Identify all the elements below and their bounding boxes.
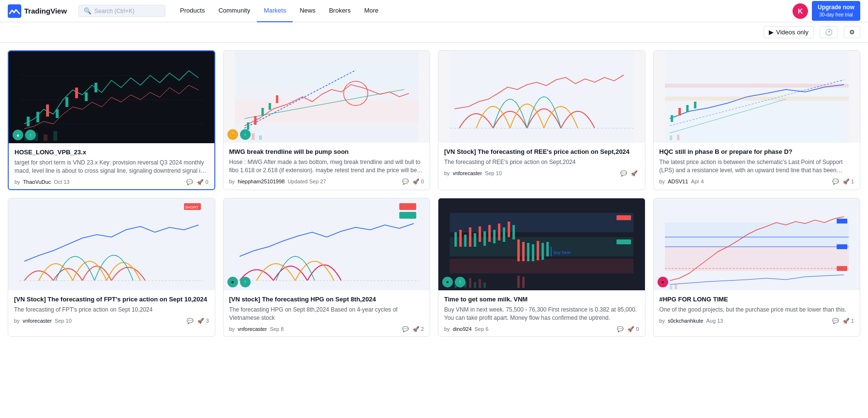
card-3[interactable]: [VN Stock] The forecasting of REE's pric… bbox=[438, 50, 645, 190]
card-3-date: Sep 10 bbox=[485, 170, 502, 176]
card-5[interactable]: SHORT [VN Stock] The forecasting of FPT'… bbox=[8, 198, 215, 337]
videos-only-label: Videos only bbox=[776, 29, 808, 36]
nav-products[interactable]: Products bbox=[173, 0, 211, 22]
svg-rect-71 bbox=[508, 222, 510, 237]
card-1-desc: target for short term is VND 23.x Key: p… bbox=[15, 159, 209, 175]
svg-rect-86 bbox=[483, 283, 486, 288]
svg-rect-62 bbox=[464, 235, 466, 247]
nav-brokers[interactable]: Brokers bbox=[322, 0, 358, 22]
svg-rect-66 bbox=[483, 231, 486, 246]
card-3-by: by bbox=[444, 170, 450, 176]
card-1-author[interactable]: ThaoVuDuc bbox=[23, 179, 51, 185]
svg-rect-87 bbox=[517, 276, 520, 288]
card-5-author[interactable]: vnforecaster bbox=[23, 318, 52, 324]
card-3-comment-btn[interactable]: 💬 bbox=[620, 170, 627, 177]
svg-rect-67 bbox=[488, 225, 491, 242]
card-3-desc: The forecasting of REE's price action on… bbox=[444, 158, 639, 166]
card-1-title: HOSE_LONG_VPB_23.x bbox=[15, 148, 209, 157]
card-8-comment-btn[interactable]: 💬 bbox=[832, 318, 839, 324]
videos-only-button[interactable]: ▶ Videos only bbox=[763, 26, 814, 38]
logo-text: TradingView bbox=[24, 7, 67, 15]
nav-community[interactable]: Community bbox=[211, 0, 257, 22]
avatar[interactable]: K bbox=[793, 3, 808, 19]
card-6-author[interactable]: vnforecaster bbox=[238, 326, 267, 332]
card-2-boost-btn[interactable]: 🚀 0 bbox=[413, 179, 424, 185]
card-7-body: Time to get some milk. VNM Buy VNM in ne… bbox=[438, 290, 645, 336]
svg-rect-36 bbox=[671, 115, 673, 122]
card-8-author[interactable]: s0ckchanhkute bbox=[668, 318, 703, 324]
card-4-title: HQC still in phase B or prepare for phas… bbox=[659, 148, 854, 156]
card-6-boost-btn[interactable]: 🚀 2 bbox=[413, 326, 424, 332]
card-2-actions: 💬 🚀 0 bbox=[402, 179, 424, 185]
card-5-desc: The forecasting of FPT's price action on… bbox=[14, 306, 209, 314]
card-3-boost-btn[interactable]: 🚀 bbox=[631, 170, 639, 177]
card-7-chart: buy here bbox=[438, 198, 645, 290]
card-7-boost-btn[interactable]: 🚀 0 bbox=[628, 326, 639, 332]
upgrade-button[interactable]: Upgrade now 30-day free trial bbox=[812, 1, 860, 21]
svg-rect-3 bbox=[36, 112, 39, 122]
card-2-author[interactable]: hieppham25101998 bbox=[238, 179, 284, 184]
card-2-desc: Hose : MWG After made a two bottom, mwg … bbox=[229, 158, 424, 175]
card-4-comment-btn[interactable]: 💬 bbox=[832, 179, 839, 185]
card-1-date: Oct 13 bbox=[54, 179, 69, 185]
svg-rect-61 bbox=[459, 230, 462, 247]
card-1-comment-btn[interactable]: 💬 bbox=[186, 179, 193, 185]
card-6-actions: 💬 🚀 2 bbox=[402, 326, 424, 332]
nav-markets[interactable]: Markets bbox=[257, 0, 293, 22]
svg-rect-64 bbox=[474, 233, 476, 247]
card-6-by: by bbox=[229, 326, 235, 332]
settings-button[interactable]: ⚙ bbox=[844, 26, 860, 38]
card-7-author[interactable]: dino924 bbox=[453, 326, 472, 332]
svg-rect-97 bbox=[837, 266, 847, 271]
svg-rect-76 bbox=[532, 244, 534, 261]
nav-more[interactable]: More bbox=[358, 0, 386, 22]
card-5-actions: 💬 🚀 3 bbox=[187, 318, 209, 324]
badge-arrow-7: ↑ bbox=[455, 277, 465, 287]
badge-green-1: ● bbox=[13, 130, 23, 140]
card-5-boost-btn[interactable]: 🚀 3 bbox=[197, 318, 209, 324]
card-8-body: #HPG FOR LONG TIME One of the good proje… bbox=[654, 290, 860, 328]
svg-rect-74 bbox=[522, 242, 524, 261]
card-6[interactable]: ● ↑ [VN stock] The forecasting HPG on Se… bbox=[223, 198, 431, 337]
card-4-boost-btn[interactable]: 🚀 1 bbox=[843, 179, 854, 185]
svg-rect-5 bbox=[56, 109, 59, 118]
svg-rect-84 bbox=[474, 282, 476, 288]
chart-svg-8 bbox=[654, 198, 860, 290]
card-1-boost-btn[interactable]: 🚀 0 bbox=[197, 179, 208, 185]
card-2[interactable]: 😊 ↑ MWG break trendline will be pump soo… bbox=[223, 50, 431, 190]
card-7-actions: 💬 🚀 0 bbox=[617, 326, 639, 332]
card-5-comment-btn[interactable]: 💬 bbox=[187, 318, 194, 324]
badge-teal-7: ● bbox=[442, 277, 453, 287]
card-8-boost-btn[interactable]: 🚀 1 bbox=[843, 318, 854, 324]
svg-rect-79 bbox=[546, 242, 549, 256]
card-2-comment-btn[interactable]: 💬 bbox=[402, 179, 409, 185]
card-7-title: Time to get some milk. VNM bbox=[444, 295, 639, 304]
card-7-by: by bbox=[444, 326, 450, 332]
svg-rect-40 bbox=[665, 84, 849, 88]
svg-rect-26 bbox=[276, 95, 278, 103]
card-8-footer: by s0ckchanhkute Aug 13 💬 🚀 1 bbox=[659, 318, 854, 324]
card-8-chart: ● bbox=[654, 198, 860, 290]
clock-button[interactable]: 🕐 bbox=[820, 26, 838, 38]
card-3-footer: by vnforecaster Sep 10 💬 🚀 bbox=[444, 170, 639, 177]
toolbar: ▶ Videos only 🕐 ⚙ bbox=[0, 22, 868, 43]
search-bar[interactable]: 🔍 Search (Ctrl+K) bbox=[78, 5, 165, 17]
card-4[interactable]: HQC still in phase B or prepare for phas… bbox=[653, 50, 861, 190]
nav-news[interactable]: News bbox=[293, 0, 322, 22]
card-3-author[interactable]: vnforecaster bbox=[453, 170, 482, 176]
svg-rect-75 bbox=[527, 243, 529, 261]
svg-rect-4 bbox=[46, 104, 49, 117]
card-7-comment-btn[interactable]: 💬 bbox=[617, 326, 624, 332]
card-8[interactable]: ● #HPG FOR LONG TIME One of the good pro… bbox=[653, 198, 861, 337]
svg-rect-98 bbox=[670, 285, 672, 289]
card-6-comment-btn[interactable]: 💬 bbox=[402, 326, 409, 332]
card-5-date: Sep 10 bbox=[55, 318, 72, 324]
card-4-author[interactable]: ADSV11 bbox=[668, 179, 688, 184]
logo[interactable]: TradingView bbox=[8, 4, 67, 18]
chart-svg-3 bbox=[438, 51, 645, 143]
svg-rect-18 bbox=[235, 65, 419, 85]
card-7[interactable]: buy here bbox=[438, 198, 645, 337]
card-1-body: HOSE_LONG_VPB_23.x target for short term… bbox=[9, 143, 214, 189]
card-1[interactable]: ● ↑ HOSE_LONG_VPB_23.x target for short … bbox=[8, 50, 215, 190]
card-2-by: by bbox=[229, 179, 235, 184]
